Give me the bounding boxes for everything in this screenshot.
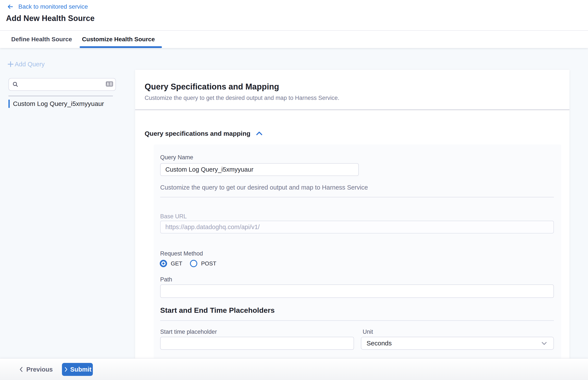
search-icon <box>12 81 18 88</box>
base-url-label: Base URL <box>160 213 187 220</box>
path-label: Path <box>160 276 172 283</box>
section-title: Query specifications and mapping <box>145 130 250 137</box>
previous-button[interactable]: Previous <box>18 364 53 375</box>
radio-option-post[interactable]: POST <box>190 260 216 267</box>
add-query-label: Add Query <box>15 61 45 68</box>
arrow-left-icon <box>7 3 14 10</box>
submit-label: Submit <box>70 366 91 373</box>
chevron-down-icon <box>540 339 548 347</box>
tab-define-health-source[interactable]: Define Health Source <box>11 36 72 43</box>
page-title: Add New Health Source <box>6 14 95 23</box>
chevron-right-icon <box>63 367 69 372</box>
unit-select-value: Seconds <box>366 340 540 347</box>
sidebar-divider <box>8 96 113 96</box>
previous-label: Previous <box>26 366 53 373</box>
add-health-source-page: Back to monitored service Add New Health… <box>0 0 588 380</box>
selected-indicator-bar <box>8 100 10 108</box>
radio-get-label: GET <box>171 260 182 267</box>
panel-divider <box>135 110 570 110</box>
section-collapse-header[interactable]: Query specifications and mapping <box>145 130 263 137</box>
id-card-icon[interactable] <box>105 81 113 87</box>
radio-post-unselected[interactable] <box>190 260 197 267</box>
back-to-monitored-service-link[interactable]: Back to monitored service <box>7 3 88 11</box>
tab-customize-health-source[interactable]: Customize Health Source <box>82 36 155 43</box>
query-name-input[interactable] <box>160 163 359 176</box>
wizard-footer: Previous Submit <box>0 358 588 380</box>
back-link-label: Back to monitored service <box>18 3 88 10</box>
unit-select[interactable]: Seconds <box>361 337 554 350</box>
start-time-placeholder-input[interactable] <box>160 337 354 350</box>
radio-post-label: POST <box>201 260 216 267</box>
time-placeholders-heading: Start and End Time Placeholders <box>160 306 275 315</box>
request-method-radio-group: GET POST <box>160 260 216 267</box>
query-search-input[interactable] <box>8 78 116 91</box>
query-name-label: Query Name <box>160 154 193 161</box>
active-tab-underline <box>80 46 162 48</box>
query-name-helper: Customize the query to get our desired o… <box>160 184 368 191</box>
query-form-card: Query Name Customize the query to get ou… <box>154 144 561 358</box>
radio-get-selected[interactable] <box>160 260 167 267</box>
field-divider <box>160 197 554 197</box>
page-header: Back to monitored service Add New Health… <box>0 0 588 48</box>
base-url-input <box>160 221 554 233</box>
query-item-label: Custom Log Query_i5xmyyuaur <box>13 100 104 107</box>
tab-bar: Define Health Source Customize Health So… <box>11 31 155 48</box>
query-search <box>8 78 116 91</box>
query-sidebar: Add Query Custom Log Query_i5xm <box>0 48 135 358</box>
main-panel: Query Specifications and Mapping Customi… <box>135 70 570 358</box>
submit-button[interactable]: Submit <box>62 363 93 376</box>
panel-heading: Query Specifications and Mapping <box>145 82 279 92</box>
chevron-left-icon <box>18 366 24 372</box>
radio-option-get[interactable]: GET <box>160 260 182 267</box>
chevron-up-icon[interactable] <box>256 130 263 137</box>
plus-icon <box>7 60 15 68</box>
start-time-placeholder-label: Start time placeholder <box>160 329 217 335</box>
query-list-item-selected[interactable]: Custom Log Query_i5xmyyuaur <box>8 99 121 108</box>
add-query-button[interactable]: Add Query <box>7 60 45 68</box>
path-input[interactable] <box>160 285 554 298</box>
section-divider <box>160 320 554 321</box>
unit-label: Unit <box>363 329 373 335</box>
request-method-label: Request Method <box>160 250 203 257</box>
panel-subheading: Customize the query to get the desired o… <box>145 95 339 101</box>
